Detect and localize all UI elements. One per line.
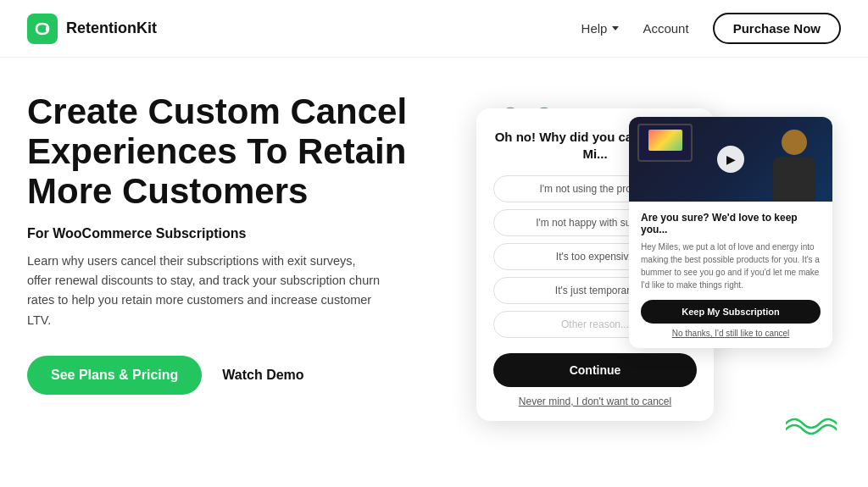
help-nav-item[interactable]: Help [581,21,620,36]
watch-demo-button[interactable]: Watch Demo [222,368,303,383]
logo-area: RetentionKit [27,14,157,44]
hero-title: Create Custom Cancel Experiences To Reta… [27,91,451,211]
hero-description: Learn why users cancel their subscriptio… [27,252,383,330]
logo-icon [27,14,58,44]
monitor-decoration [637,124,693,162]
retention-body: Are you sure? We'd love to keep you... H… [629,202,832,348]
person-silhouette [771,130,817,202]
keep-subscription-button[interactable]: Keep My Subscription [641,300,821,324]
no-thanks-link[interactable]: No thanks, I'd still like to cancel [641,329,821,338]
purchase-now-button[interactable]: Purchase Now [713,13,841,44]
logo-text: RetentionKit [66,19,157,37]
right-content: Oh no! Why did you cancel today Mi... I'… [451,91,841,470]
retention-card: ▶ Are you sure? We'd love to keep you...… [629,117,832,348]
account-nav-item[interactable]: Account [643,21,688,36]
retention-body-text: Hey Miles, we put a lot of love and ener… [641,241,821,291]
modal-never-mind-link[interactable]: Never mind, I don't want to cancel [493,396,697,407]
chevron-down-icon [612,26,619,30]
hero-subtitle: For WooCommerce Subscriptions [27,226,451,241]
modal-continue-button[interactable]: Continue [493,353,697,387]
squiggle-decoration-3 [786,411,837,436]
retention-title: Are you sure? We'd love to keep you... [641,212,821,235]
left-content: Create Custom Cancel Experiences To Reta… [27,91,451,470]
video-thumbnail[interactable]: ▶ [629,117,832,202]
cta-row: See Plans & Pricing Watch Demo [27,356,451,395]
see-plans-button[interactable]: See Plans & Pricing [27,356,202,395]
play-button[interactable]: ▶ [717,146,744,173]
main-nav: Help Account Purchase Now [581,13,841,44]
